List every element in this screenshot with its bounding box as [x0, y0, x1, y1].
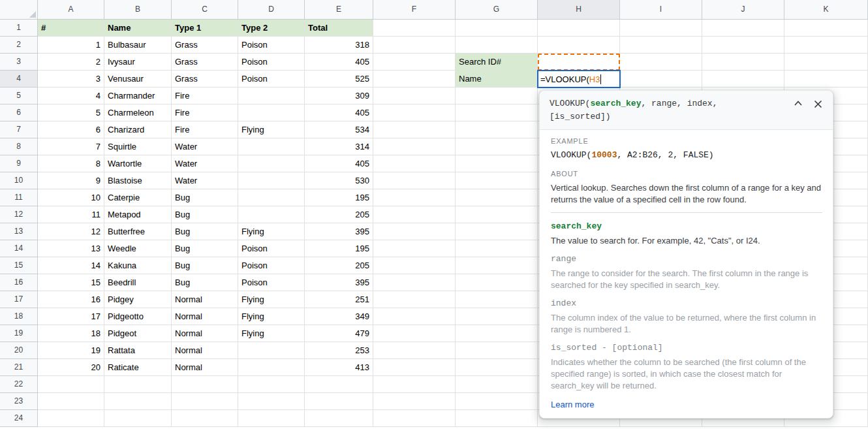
cell-F23[interactable]	[373, 393, 456, 410]
row-header-11[interactable]: 11	[0, 189, 38, 206]
cell-F8[interactable]	[373, 138, 456, 155]
cell-C24[interactable]	[172, 410, 238, 427]
cell-A9[interactable]: 8	[38, 155, 104, 172]
select-all-corner[interactable]	[0, 0, 38, 20]
cell-B22[interactable]	[104, 376, 172, 393]
cell-B19[interactable]: Pidgeot	[104, 325, 172, 342]
cell-D6[interactable]	[238, 104, 305, 121]
row-header-15[interactable]: 15	[0, 257, 38, 274]
cell-E23[interactable]	[305, 393, 373, 410]
cell-F11[interactable]	[373, 189, 456, 206]
column-header-I[interactable]: I	[620, 0, 702, 20]
cell-F10[interactable]	[373, 172, 456, 189]
cell-C21[interactable]: Normal	[172, 359, 238, 376]
row-header-22[interactable]: 22	[0, 376, 38, 393]
row-header-2[interactable]: 2	[0, 37, 38, 54]
cell-C19[interactable]: Normal	[172, 325, 238, 342]
row-header-24[interactable]: 24	[0, 410, 38, 427]
cell-C23[interactable]	[172, 393, 238, 410]
cell-A12[interactable]: 11	[38, 206, 104, 223]
cell-A6[interactable]: 5	[38, 104, 104, 121]
cell-D2[interactable]: Poison	[238, 37, 305, 54]
cell-D16[interactable]: Poison	[238, 274, 305, 291]
cell-C22[interactable]	[172, 376, 238, 393]
cell-G20[interactable]	[456, 342, 538, 359]
cell-D13[interactable]: Flying	[238, 223, 305, 240]
cell-A10[interactable]: 9	[38, 172, 104, 189]
cell-F9[interactable]	[373, 155, 456, 172]
cell-A3[interactable]: 2	[38, 54, 104, 71]
cell-D21[interactable]	[238, 359, 305, 376]
row-header-20[interactable]: 20	[0, 342, 38, 359]
cell-H2[interactable]	[538, 37, 620, 54]
row-header-19[interactable]: 19	[0, 325, 38, 342]
cell-D12[interactable]	[238, 206, 305, 223]
row-header-7[interactable]: 7	[0, 121, 38, 138]
cell-J4[interactable]	[702, 71, 784, 87]
column-header-D[interactable]: D	[238, 0, 305, 20]
cell-G24[interactable]	[456, 410, 538, 427]
column-header-G[interactable]: G	[456, 0, 538, 20]
cell-B12[interactable]: Metapod	[104, 206, 172, 223]
cell-D4[interactable]: Poison	[238, 71, 305, 87]
cell-B18[interactable]: Pidgeotto	[104, 308, 172, 325]
row-header-6[interactable]: 6	[0, 104, 38, 121]
cell-G17[interactable]	[456, 291, 538, 308]
cell-C12[interactable]: Bug	[172, 206, 238, 223]
cell-B11[interactable]: Caterpie	[104, 189, 172, 206]
cell-E6[interactable]: 405	[305, 104, 373, 121]
cell-D20[interactable]	[238, 342, 305, 359]
cell-B24[interactable]	[104, 410, 172, 427]
cell-F3[interactable]	[373, 54, 456, 71]
cell-C17[interactable]: Normal	[172, 291, 238, 308]
cell-A19[interactable]: 18	[38, 325, 104, 342]
cell-C2[interactable]: Grass	[172, 37, 238, 54]
cell-F6[interactable]	[373, 104, 456, 121]
cell-C7[interactable]: Fire	[172, 121, 238, 138]
cell-F2[interactable]	[373, 37, 456, 54]
cell-D19[interactable]: Flying	[238, 325, 305, 342]
cell-C16[interactable]: Bug	[172, 274, 238, 291]
cell-F13[interactable]	[373, 223, 456, 240]
cell-I2[interactable]	[620, 37, 702, 54]
cell-A24[interactable]	[38, 410, 104, 427]
cell-F12[interactable]	[373, 206, 456, 223]
cell-D23[interactable]	[238, 393, 305, 410]
column-header-H[interactable]: H	[538, 0, 620, 20]
cell-A13[interactable]: 12	[38, 223, 104, 240]
cell-D9[interactable]	[238, 155, 305, 172]
cell-B10[interactable]: Blastoise	[104, 172, 172, 189]
cell-E16[interactable]: 395	[305, 274, 373, 291]
collapse-icon[interactable]	[794, 100, 803, 108]
row-header-4[interactable]: 4	[0, 71, 38, 87]
cell-B9[interactable]: Wartortle	[104, 155, 172, 172]
row-header-5[interactable]: 5	[0, 87, 38, 104]
cell-G4[interactable]: Name	[456, 71, 538, 87]
cell-G6[interactable]	[456, 104, 538, 121]
column-header-B[interactable]: B	[104, 0, 172, 20]
cell-C20[interactable]: Normal	[172, 342, 238, 359]
cell-I3[interactable]	[620, 54, 702, 71]
cell-F24[interactable]	[373, 410, 456, 427]
cell-D11[interactable]	[238, 189, 305, 206]
cell-G3[interactable]: Search ID#	[456, 54, 538, 71]
cell-A18[interactable]: 17	[38, 308, 104, 325]
cell-C13[interactable]: Bug	[172, 223, 238, 240]
cell-A2[interactable]: 1	[38, 37, 104, 54]
cell-I1[interactable]	[620, 20, 702, 37]
cell-D10[interactable]	[238, 172, 305, 189]
cell-D18[interactable]: Flying	[238, 308, 305, 325]
cell-C5[interactable]: Fire	[172, 87, 238, 104]
cell-D3[interactable]: Poison	[238, 54, 305, 71]
cell-C1[interactable]: Type 1	[172, 20, 238, 37]
cell-D5[interactable]	[238, 87, 305, 104]
cell-B4[interactable]: Venusaur	[104, 71, 172, 87]
cell-C10[interactable]: Water	[172, 172, 238, 189]
cell-F14[interactable]	[373, 240, 456, 257]
cell-C8[interactable]: Water	[172, 138, 238, 155]
row-header-18[interactable]: 18	[0, 308, 38, 325]
cell-F4[interactable]	[373, 71, 456, 87]
cell-G19[interactable]	[456, 325, 538, 342]
learn-more-link[interactable]: Learn more	[551, 400, 594, 409]
cell-D22[interactable]	[238, 376, 305, 393]
